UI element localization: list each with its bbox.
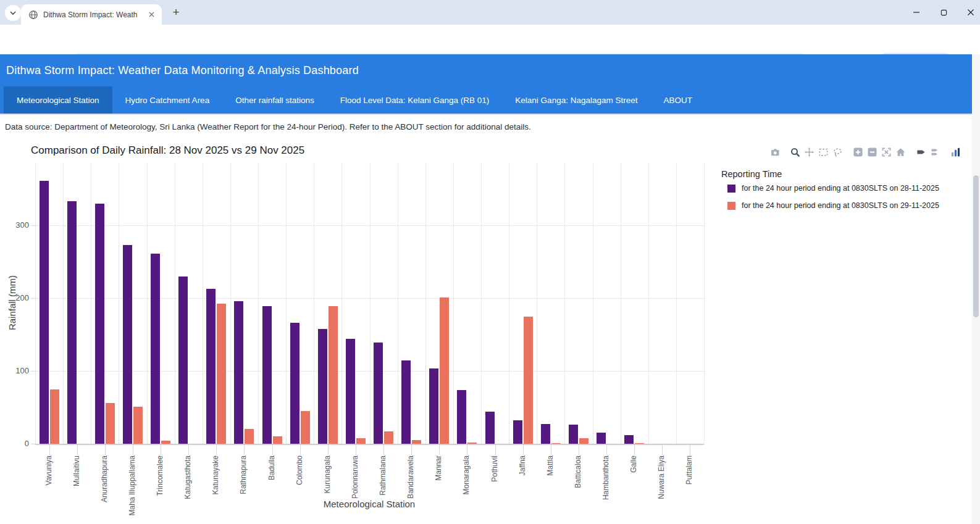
bar-trincomalee-28nov[interactable] [151,254,160,444]
tab-close-button[interactable] [146,9,157,20]
x-gridline [147,163,148,444]
data-source-note: Data source: Department of Meteorology, … [5,122,531,131]
bar-jaffna-28nov[interactable] [513,420,522,444]
bar-rathmalana-28nov[interactable] [374,343,383,444]
bar-rathnapura-29nov[interactable] [245,429,254,444]
x-tick [439,445,440,455]
x-tick [216,445,217,455]
y-tick [31,371,35,372]
bar-trincomalee-29nov[interactable] [161,441,170,444]
x-gridline [481,163,482,444]
x-tick-label: Hambanthota [601,455,610,500]
box-select-icon[interactable] [818,147,829,157]
bar-maha-illuppallama-28nov[interactable] [123,245,132,444]
x-tick-label: Badulla [267,455,276,480]
compare-hover-icon[interactable] [930,147,940,157]
reset-axes-icon[interactable] [895,147,906,157]
bar-anuradhapura-28nov[interactable] [95,204,104,444]
bar-katunayake-29nov[interactable] [217,304,226,444]
bar-polonnaruwa-28nov[interactable] [346,339,355,444]
nav-tab-about[interactable]: ABOUT [650,86,705,114]
bar-anuradhapura-29nov[interactable] [106,403,115,444]
bar-badulla-29nov[interactable] [273,436,282,444]
bar-colombo-29nov[interactable] [301,411,310,444]
nav-tab-kelani-ganga-nagalagam-street[interactable]: Kelani Ganga: Nagalagam Street [502,86,650,114]
bar-kurunagala-29nov[interactable] [329,306,338,444]
bar-mullaitivu-28nov[interactable] [67,201,77,444]
autoscale-icon[interactable] [881,147,892,157]
zoom-icon[interactable] [790,147,800,157]
camera-icon[interactable] [769,147,780,157]
page-scrollbar[interactable] [972,54,980,524]
x-tick-label: Trincomalee [156,455,164,496]
bar-hambanthota-28nov[interactable] [597,433,606,444]
x-gridline [175,163,175,444]
bar-mattla-29nov[interactable] [551,443,561,444]
pan-icon[interactable] [804,147,815,157]
y-tick-label: 100 [8,366,29,375]
x-tick-label: Katunayake [211,455,220,494]
bar-badulla-28nov[interactable] [262,306,272,444]
bar-maha-illuppallama-29nov[interactable] [133,407,143,444]
x-gridline [593,163,593,444]
bar-polonnaruwa-29nov[interactable] [356,438,366,444]
maximize-icon [940,9,947,16]
bar-colombo-28nov[interactable] [290,323,299,444]
bar-mannar-29nov[interactable] [440,297,449,444]
bar-batticaloa-29nov[interactable] [579,438,588,444]
plotly-logo-icon[interactable] [950,147,961,157]
bar-kurunagala-28nov[interactable] [318,329,327,444]
legend-item-29-11-2025[interactable]: for the 24 hour period ending at 0830SLT… [727,201,968,210]
scrollbar-thumb[interactable] [973,175,979,317]
y-gridline [35,225,704,226]
x-tick [300,445,301,455]
bar-vavuniya-29nov[interactable] [50,389,59,444]
x-gridline [537,163,537,444]
bar-vavuniya-28nov[interactable] [40,181,49,444]
legend-item-28-11-2025[interactable]: for the 24 hour period ending at 0830SLT… [727,184,968,193]
x-gridline [314,163,314,444]
bar-batticaloa-28nov[interactable] [569,425,578,444]
nav-tab-hydro-catchment-area[interactable]: Hydro Catchment Area [112,86,223,114]
x-gridline [286,163,287,444]
y-tick-label: 0 [8,439,29,448]
bar-monaragala-28nov[interactable] [457,390,466,444]
x-tick [634,445,635,455]
nav-tab-meteorological-station[interactable]: Meteorological Station [4,86,112,114]
bar-galle-29nov[interactable] [635,443,644,444]
nav-tab-flood-level-data-kelani-ganga-rb-01[interactable]: Flood Level Data: Kelani Ganga (RB 01) [327,86,503,114]
tab-search-button[interactable] [5,5,21,21]
legend-swatch [727,202,735,210]
x-tick-label: Monaragala [462,455,471,494]
bar-katugasthota-28nov[interactable] [178,277,188,444]
x-tick [662,445,663,455]
x-tick [523,445,524,455]
close-window-button[interactable] [966,8,975,17]
bar-rathnapura-28nov[interactable] [234,301,243,444]
dashboard-navbar: Meteorological StationHydro Catchment Ar… [0,86,980,115]
bar-mannar-28nov[interactable] [429,368,438,444]
bar-bandarawela-29nov[interactable] [412,440,421,444]
bar-rathmalana-29nov[interactable] [384,431,393,444]
x-tick-label: Rathnapura [239,455,248,494]
x-tick [356,445,356,455]
lasso-select-icon[interactable] [832,147,843,157]
maximize-button[interactable] [939,8,948,17]
zoom-in-icon[interactable] [853,147,863,157]
legend-title: Reporting Time [721,169,968,179]
bar-galle-28nov[interactable] [624,435,634,444]
minimize-button[interactable] [912,8,921,17]
browser-tab[interactable]: Dithwa Storm Impact: Weather I [21,4,162,25]
zoom-out-icon[interactable] [867,147,877,157]
bar-bandarawela-28nov[interactable] [401,360,411,444]
x-tick-label: Puttalam [685,455,693,484]
bar-katunayake-28nov[interactable] [206,289,216,444]
bar-jaffna-29nov[interactable] [524,317,533,444]
new-tab-button[interactable]: + [169,6,183,20]
toggle-hover-icon[interactable] [916,147,926,157]
bar-mattla-28nov[interactable] [541,424,550,444]
nav-tab-other-rainfall-stations[interactable]: Other rainfall stations [222,86,327,114]
bar-monaragala-29nov[interactable] [467,443,477,444]
y-gridline [35,298,704,299]
bar-pothuvil-28nov[interactable] [485,412,495,444]
